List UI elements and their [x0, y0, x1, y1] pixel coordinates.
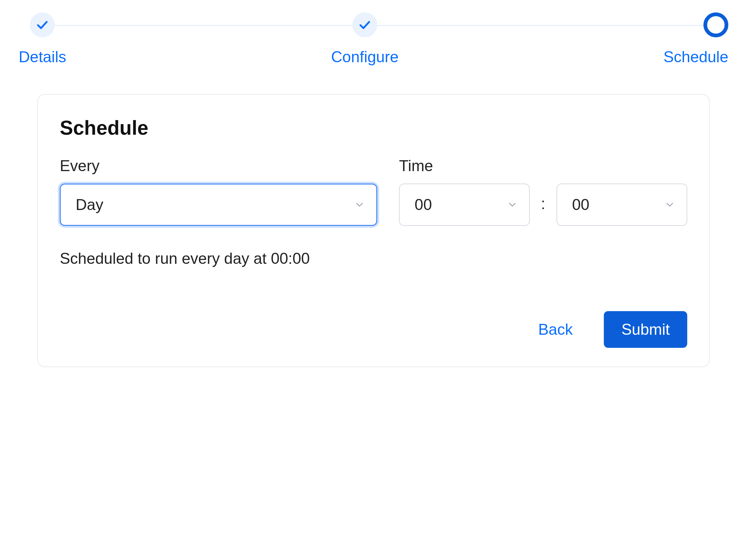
card-title: Schedule	[60, 116, 687, 139]
minute-select[interactable]: 00	[557, 184, 687, 226]
step-schedule[interactable]: Schedule	[663, 12, 728, 66]
every-field: Every Day	[60, 157, 377, 226]
page: Details Configure Schedule Schedule Ever…	[0, 0, 747, 379]
every-select-value: Day	[76, 196, 103, 214]
time-group: 00 : 00	[399, 184, 687, 226]
stepper: Details Configure Schedule	[19, 12, 728, 66]
chevron-down-icon	[507, 199, 518, 210]
every-select[interactable]: Day	[60, 184, 377, 226]
minute-select-value: 00	[572, 196, 590, 214]
hour-select-value: 00	[415, 196, 432, 214]
schedule-card: Schedule Every Day Time 00	[37, 94, 710, 367]
step-label: Details	[19, 48, 66, 66]
card-footer: Back Submit	[60, 311, 687, 348]
hour-select[interactable]: 00	[399, 184, 530, 226]
submit-button[interactable]: Submit	[604, 311, 687, 348]
back-button[interactable]: Back	[532, 311, 579, 348]
check-icon	[352, 12, 377, 37]
every-label: Every	[60, 157, 377, 175]
chevron-down-icon	[664, 199, 675, 210]
schedule-summary: Scheduled to run every day at 00:00	[60, 249, 687, 268]
time-label: Time	[399, 157, 687, 175]
form-row: Every Day Time 00 :	[60, 157, 687, 226]
step-label: Configure	[331, 48, 399, 66]
step-label: Schedule	[663, 48, 728, 66]
step-details[interactable]: Details	[19, 12, 66, 66]
time-separator: :	[541, 195, 545, 215]
current-step-icon	[703, 12, 728, 37]
check-icon	[30, 12, 55, 37]
chevron-down-icon	[354, 199, 365, 210]
step-configure[interactable]: Configure	[331, 12, 399, 66]
time-field: Time 00 : 00	[399, 157, 687, 226]
